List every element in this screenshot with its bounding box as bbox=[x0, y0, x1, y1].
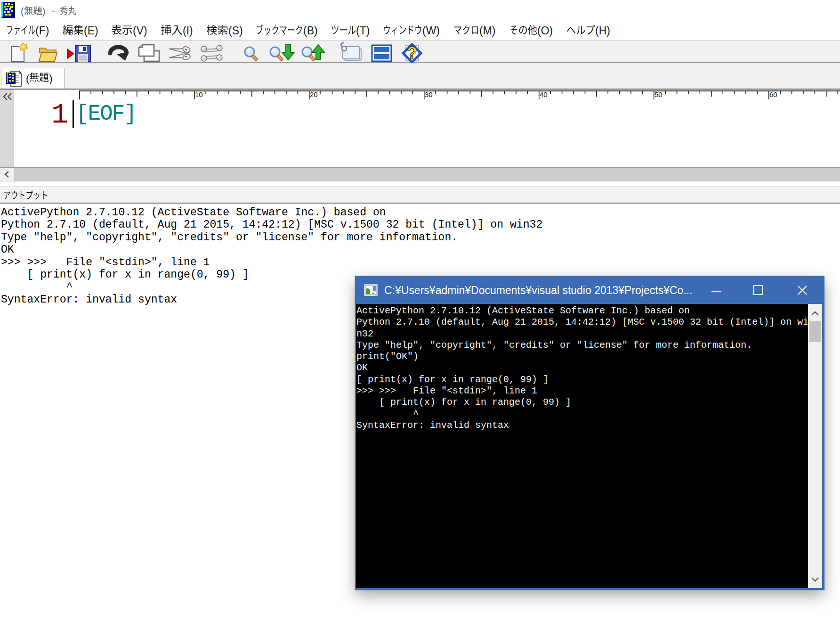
svg-text:20: 20 bbox=[310, 90, 318, 98]
svg-text:60: 60 bbox=[769, 90, 777, 98]
svg-text:10: 10 bbox=[195, 90, 203, 98]
svg-text:30: 30 bbox=[425, 90, 433, 98]
svg-text:40: 40 bbox=[540, 90, 548, 98]
svg-text:?: ? bbox=[407, 43, 417, 63]
svg-text:50: 50 bbox=[654, 90, 662, 98]
